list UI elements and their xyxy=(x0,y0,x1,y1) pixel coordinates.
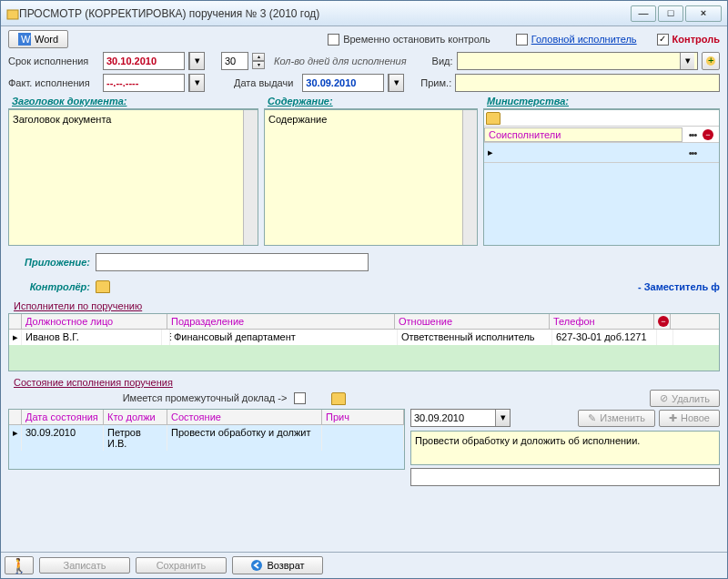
new-label: Новое xyxy=(681,412,710,423)
return-icon xyxy=(250,559,263,572)
col-phone[interactable]: Телефон xyxy=(550,314,654,329)
fact-date-picker[interactable]: ▾ xyxy=(188,74,205,92)
head-executor-checkbox[interactable] xyxy=(516,34,528,46)
status-state: Провести обработку и должит xyxy=(167,425,322,451)
doc-title-text[interactable]: Заголовок документа xyxy=(9,110,243,245)
word-icon: W xyxy=(18,33,31,46)
pause-control-checkbox[interactable] xyxy=(328,34,339,46)
content-text[interactable]: Содержание xyxy=(265,110,462,245)
title-bar: ПРОСМОТР (КОРРЕКТИРОВКА) поручения № 3 (… xyxy=(1,1,727,26)
interim-label: Имеется промежуточный доклад -> xyxy=(123,392,288,403)
executors-section-header: Исполнители по поручению xyxy=(8,300,720,311)
delete-label: Удалить xyxy=(672,393,710,404)
exec-dept: Финансовый департамент xyxy=(170,330,398,345)
controller-folder-icon[interactable] xyxy=(96,280,110,293)
return-button[interactable]: Возврат xyxy=(232,556,323,574)
executor-row[interactable]: ▸ Иванов В.Г. ⋮ Финансовый департамент О… xyxy=(9,330,719,345)
col-reporter[interactable]: Кто должи xyxy=(104,410,167,424)
days-spinner[interactable]: ▴▾ xyxy=(252,53,265,69)
exec-remove-icon[interactable]: − xyxy=(658,316,669,327)
maximize-button[interactable]: □ xyxy=(658,5,683,22)
minimize-button[interactable]: — xyxy=(631,5,656,22)
footer-bar: 🚶 Записать Сохранить Возврат xyxy=(1,552,727,578)
store-button[interactable]: Сохранить xyxy=(136,557,227,574)
svg-rect-0 xyxy=(7,10,18,19)
edit-label: Изменить xyxy=(600,412,645,423)
kind-add-button[interactable]: + xyxy=(702,52,720,70)
interim-checkbox[interactable] xyxy=(294,392,306,404)
status-folder-icon[interactable] xyxy=(331,392,346,405)
doc-title-header: Заголовок документа: xyxy=(8,96,258,109)
due-date-input[interactable]: 30.10.2010 xyxy=(103,52,185,70)
person-icon: 🚶 xyxy=(10,557,28,574)
new-button[interactable]: ✚ Новое xyxy=(659,410,720,427)
status-note[interactable]: Провести обработку и доложить об исполне… xyxy=(411,432,719,464)
control-checkbox[interactable] xyxy=(657,34,669,46)
window-title: ПРОСМОТР (КОРРЕКТИРОВКА) поручения № 3 (… xyxy=(19,7,629,20)
write-button[interactable]: Записать xyxy=(39,557,130,574)
status-reporter: Петров И.В. xyxy=(104,425,167,451)
col-state[interactable]: Состояние xyxy=(167,410,322,424)
status-extra-input[interactable] xyxy=(410,468,720,486)
attachment-input[interactable] xyxy=(96,253,369,271)
kind-label: Вид: xyxy=(432,56,453,66)
controller-value: - Заместитель ф xyxy=(638,281,720,292)
days-hint: Кол-во дней для исполнения xyxy=(274,56,407,66)
col-reason[interactable]: Прич xyxy=(322,410,404,424)
fact-date-label: Факт. исполнения xyxy=(8,77,99,88)
note-label: Прим.: xyxy=(420,77,451,88)
coexec-more-button[interactable]: ••• xyxy=(689,129,697,140)
forbid-icon: ⊘ xyxy=(660,392,668,404)
note-input[interactable] xyxy=(455,74,720,92)
col-status-date[interactable]: Дата состояния xyxy=(22,410,104,424)
attachment-label: Приложение: xyxy=(8,257,90,268)
close-button[interactable]: × xyxy=(685,5,722,22)
svg-point-5 xyxy=(251,560,262,571)
word-button[interactable]: W Word xyxy=(8,30,68,48)
content-scrollbar[interactable] xyxy=(462,110,477,245)
store-label: Сохранить xyxy=(157,560,207,571)
head-executor-link[interactable]: Головной исполнитель xyxy=(531,34,637,45)
status-section-header: Состояние исполнения поручения xyxy=(8,377,720,388)
status-reason xyxy=(322,425,404,451)
coexecutors-header: Соисполнители xyxy=(484,127,682,142)
col-person[interactable]: Должностное лицо xyxy=(22,314,167,329)
write-label: Записать xyxy=(63,560,106,571)
status-date2-input[interactable]: 30.09.2010 ▾ xyxy=(410,409,511,427)
days-input[interactable] xyxy=(221,52,248,70)
app-icon xyxy=(6,7,19,20)
exec-phone: 627-30-01 доб.1271 xyxy=(552,330,657,345)
fact-date-value: --.--.---- xyxy=(104,77,184,88)
fact-date-input[interactable]: --.--.---- xyxy=(103,74,185,92)
issue-date-value: 30.09.2010 xyxy=(303,77,383,88)
due-date-value: 30.10.2010 xyxy=(104,56,184,66)
kind-select[interactable]: ▾ xyxy=(457,52,698,70)
status-grid: Дата состояния Кто должи Состояние Прич … xyxy=(8,409,405,470)
pause-control-label: Временно остановить контроль xyxy=(343,34,490,45)
coexec-row[interactable]: ▸ ••• xyxy=(484,143,719,163)
control-label: Контроль xyxy=(672,34,720,45)
due-date-label: Срок исполнения xyxy=(8,56,99,66)
content-header: Содержание: xyxy=(264,96,478,109)
executor-empty-row xyxy=(9,345,719,371)
col-dept[interactable]: Подразделение xyxy=(167,314,395,329)
edit-button[interactable]: ✎ Изменить xyxy=(578,410,655,427)
issue-date-label: Дата выдачи xyxy=(234,77,293,88)
add-icon: + xyxy=(704,55,717,67)
status-row[interactable]: ▸ 30.09.2010 Петров И.В. Провести обрабо… xyxy=(9,425,404,451)
due-date-picker[interactable]: ▾ xyxy=(188,52,205,70)
col-relation[interactable]: Отношение xyxy=(395,314,550,329)
svg-text:W: W xyxy=(21,34,31,45)
issue-date-picker[interactable]: ▾ xyxy=(388,74,404,92)
remove-icon[interactable]: − xyxy=(703,129,713,140)
edit-icon: ✎ xyxy=(588,412,596,424)
issue-date-input[interactable]: 30.09.2010 xyxy=(302,74,384,92)
return-label: Возврат xyxy=(267,560,304,571)
coexec-row-more[interactable]: ••• xyxy=(689,147,697,158)
executors-grid: Должностное лицо Подразделение Отношение… xyxy=(8,313,720,371)
status-date2-value: 30.09.2010 xyxy=(411,412,495,423)
folder-icon[interactable] xyxy=(486,112,500,125)
delete-button[interactable]: ⊘ Удалить xyxy=(650,390,720,407)
person-button[interactable]: 🚶 xyxy=(5,556,34,574)
doc-title-scrollbar[interactable] xyxy=(243,110,258,245)
